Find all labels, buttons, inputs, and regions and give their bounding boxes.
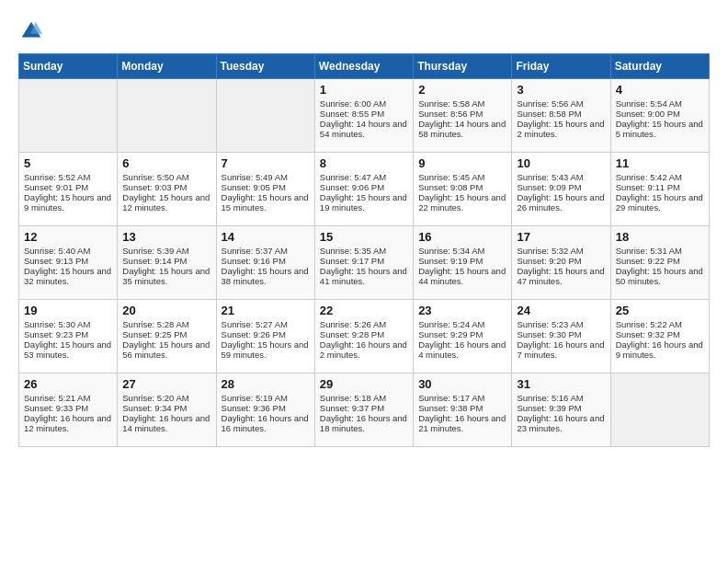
calendar-cell: 19Sunrise: 5:30 AMSunset: 9:23 PMDayligh… bbox=[19, 300, 118, 373]
sunrise-text: Sunrise: 6:00 AM bbox=[320, 98, 408, 109]
calendar-cell: 24Sunrise: 5:23 AMSunset: 9:30 PMDayligh… bbox=[512, 300, 610, 373]
day-number: 7 bbox=[222, 156, 310, 170]
day-number: 1 bbox=[320, 83, 408, 97]
sunset-text: Sunset: 9:33 PM bbox=[24, 403, 112, 413]
day-header-thursday: Thursday bbox=[414, 54, 512, 79]
daylight-text: Daylight: 15 hours and 15 minutes. bbox=[222, 192, 310, 213]
sunrise-text: Sunrise: 5:54 AM bbox=[616, 98, 704, 109]
day-number: 4 bbox=[616, 83, 704, 97]
sunset-text: Sunset: 9:26 PM bbox=[222, 329, 310, 339]
daylight-text: Daylight: 16 hours and 12 minutes. bbox=[24, 413, 112, 433]
day-number: 3 bbox=[517, 83, 605, 97]
day-number: 8 bbox=[320, 156, 408, 170]
calendar-table: SundayMondayTuesdayWednesdayThursdayFrid… bbox=[18, 53, 710, 447]
daylight-text: Daylight: 15 hours and 41 minutes. bbox=[320, 266, 408, 286]
calendar-cell: 17Sunrise: 5:32 AMSunset: 9:20 PMDayligh… bbox=[512, 226, 610, 300]
day-number: 17 bbox=[517, 230, 605, 244]
day-number: 16 bbox=[418, 230, 506, 244]
calendar-cell: 21Sunrise: 5:27 AMSunset: 9:26 PMDayligh… bbox=[216, 300, 314, 373]
sunrise-text: Sunrise: 5:26 AM bbox=[320, 319, 408, 329]
daylight-text: Daylight: 16 hours and 18 minutes. bbox=[320, 413, 408, 433]
daylight-text: Daylight: 15 hours and 19 minutes. bbox=[320, 192, 408, 213]
logo bbox=[18, 18, 48, 44]
day-header-tuesday: Tuesday bbox=[216, 54, 314, 79]
header-row: SundayMondayTuesdayWednesdayThursdayFrid… bbox=[19, 54, 710, 79]
day-number: 22 bbox=[320, 304, 408, 317]
daylight-text: Daylight: 15 hours and 59 minutes. bbox=[222, 339, 310, 360]
calendar-cell: 27Sunrise: 5:20 AMSunset: 9:34 PMDayligh… bbox=[118, 373, 216, 447]
day-number: 18 bbox=[616, 230, 704, 244]
sunrise-text: Sunrise: 5:43 AM bbox=[517, 172, 605, 182]
sunset-text: Sunset: 9:25 PM bbox=[122, 329, 210, 339]
daylight-text: Daylight: 15 hours and 22 minutes. bbox=[418, 192, 506, 213]
sunset-text: Sunset: 9:34 PM bbox=[122, 403, 210, 413]
sunset-text: Sunset: 9:37 PM bbox=[320, 403, 408, 413]
daylight-text: Daylight: 16 hours and 7 minutes. bbox=[517, 339, 605, 360]
daylight-text: Daylight: 15 hours and 12 minutes. bbox=[122, 192, 210, 213]
sunrise-text: Sunrise: 5:37 AM bbox=[222, 246, 310, 256]
sunrise-text: Sunrise: 5:23 AM bbox=[517, 319, 605, 329]
day-number: 2 bbox=[418, 83, 506, 97]
calendar-cell: 1Sunrise: 6:00 AMSunset: 8:55 PMDaylight… bbox=[314, 79, 413, 153]
day-number: 10 bbox=[517, 156, 605, 170]
sunrise-text: Sunrise: 5:58 AM bbox=[418, 98, 506, 109]
daylight-text: Daylight: 15 hours and 5 minutes. bbox=[616, 119, 704, 139]
sunrise-text: Sunrise: 5:18 AM bbox=[320, 393, 408, 403]
daylight-text: Daylight: 15 hours and 32 minutes. bbox=[24, 266, 112, 286]
sunset-text: Sunset: 8:58 PM bbox=[517, 109, 605, 119]
calendar-cell: 8Sunrise: 5:47 AMSunset: 9:06 PMDaylight… bbox=[314, 153, 413, 226]
daylight-text: Daylight: 16 hours and 16 minutes. bbox=[222, 413, 310, 433]
day-number: 11 bbox=[616, 156, 704, 170]
calendar-cell: 3Sunrise: 5:56 AMSunset: 8:58 PMDaylight… bbox=[512, 79, 610, 153]
sunset-text: Sunset: 9:32 PM bbox=[616, 329, 704, 339]
day-header-sunday: Sunday bbox=[19, 54, 118, 79]
day-number: 14 bbox=[222, 230, 310, 244]
sunrise-text: Sunrise: 5:32 AM bbox=[517, 246, 605, 256]
sunrise-text: Sunrise: 5:31 AM bbox=[616, 246, 704, 256]
sunrise-text: Sunrise: 5:49 AM bbox=[222, 172, 310, 182]
sunset-text: Sunset: 9:05 PM bbox=[222, 182, 310, 192]
calendar-cell: 11Sunrise: 5:42 AMSunset: 9:11 PMDayligh… bbox=[610, 153, 709, 226]
sunrise-text: Sunrise: 5:28 AM bbox=[122, 319, 210, 329]
sunrise-text: Sunrise: 5:35 AM bbox=[320, 246, 408, 256]
daylight-text: Daylight: 15 hours and 47 minutes. bbox=[517, 266, 605, 286]
sunrise-text: Sunrise: 5:16 AM bbox=[517, 393, 605, 403]
daylight-text: Daylight: 16 hours and 2 minutes. bbox=[320, 339, 408, 360]
week-row-1: 1Sunrise: 6:00 AMSunset: 8:55 PMDaylight… bbox=[19, 79, 710, 153]
header bbox=[18, 18, 710, 44]
sunrise-text: Sunrise: 5:22 AM bbox=[616, 319, 704, 329]
sunrise-text: Sunrise: 5:42 AM bbox=[616, 172, 704, 182]
logo-icon bbox=[18, 18, 44, 44]
calendar-cell: 25Sunrise: 5:22 AMSunset: 9:32 PMDayligh… bbox=[610, 300, 709, 373]
daylight-text: Daylight: 15 hours and 50 minutes. bbox=[616, 266, 704, 286]
day-header-friday: Friday bbox=[512, 54, 610, 79]
daylight-text: Daylight: 16 hours and 14 minutes. bbox=[122, 413, 210, 433]
sunset-text: Sunset: 9:30 PM bbox=[517, 329, 605, 339]
sunrise-text: Sunrise: 5:34 AM bbox=[418, 246, 506, 256]
sunset-text: Sunset: 9:20 PM bbox=[517, 256, 605, 266]
page-container: SundayMondayTuesdayWednesdayThursdayFrid… bbox=[18, 18, 710, 447]
calendar-cell: 22Sunrise: 5:26 AMSunset: 9:28 PMDayligh… bbox=[314, 300, 413, 373]
calendar-cell: 18Sunrise: 5:31 AMSunset: 9:22 PMDayligh… bbox=[610, 226, 709, 300]
day-number: 25 bbox=[616, 304, 704, 317]
calendar-cell: 23Sunrise: 5:24 AMSunset: 9:29 PMDayligh… bbox=[414, 300, 512, 373]
calendar-cell: 31Sunrise: 5:16 AMSunset: 9:39 PMDayligh… bbox=[512, 373, 610, 447]
day-number: 5 bbox=[24, 156, 112, 170]
calendar-cell bbox=[216, 79, 314, 153]
day-header-wednesday: Wednesday bbox=[314, 54, 413, 79]
sunset-text: Sunset: 9:13 PM bbox=[24, 256, 112, 266]
week-row-4: 19Sunrise: 5:30 AMSunset: 9:23 PMDayligh… bbox=[19, 300, 710, 373]
sunset-text: Sunset: 9:06 PM bbox=[320, 182, 408, 192]
sunset-text: Sunset: 9:08 PM bbox=[418, 182, 506, 192]
sunrise-text: Sunrise: 5:19 AM bbox=[222, 393, 310, 403]
day-number: 19 bbox=[24, 304, 112, 317]
day-number: 6 bbox=[122, 156, 210, 170]
sunset-text: Sunset: 9:38 PM bbox=[418, 403, 506, 413]
calendar-cell bbox=[118, 79, 216, 153]
day-number: 9 bbox=[418, 156, 506, 170]
sunrise-text: Sunrise: 5:27 AM bbox=[222, 319, 310, 329]
day-number: 31 bbox=[517, 377, 605, 391]
calendar-cell: 5Sunrise: 5:52 AMSunset: 9:01 PMDaylight… bbox=[19, 153, 118, 226]
calendar-cell: 12Sunrise: 5:40 AMSunset: 9:13 PMDayligh… bbox=[19, 226, 118, 300]
sunset-text: Sunset: 9:29 PM bbox=[418, 329, 506, 339]
